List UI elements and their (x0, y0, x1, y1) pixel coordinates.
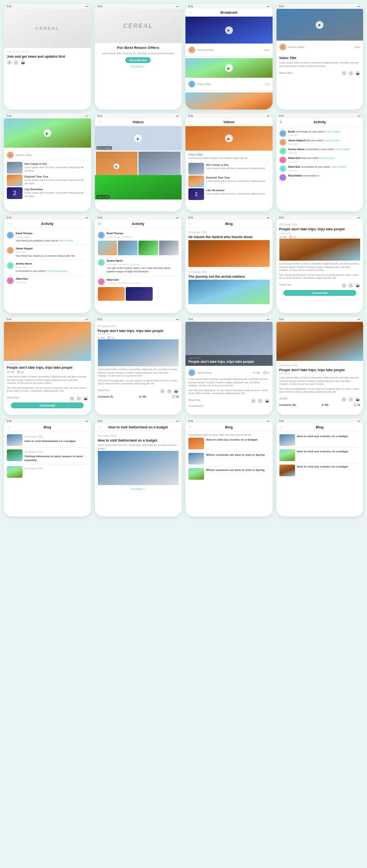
avatar-albert-10: A (98, 278, 105, 285)
activity-photos-title: Activity (132, 222, 144, 225)
share-row-12: Share Post 𝕏 f 📷 (279, 282, 361, 288)
blog-item-20c[interactable]: How to visit any country on a budget (279, 465, 361, 476)
list-thumb-7d: 2 (188, 188, 204, 200)
twitter-14[interactable]: 𝕏 (160, 389, 165, 394)
back-arrow-3[interactable]: ← (188, 10, 192, 15)
blog-item-20b[interactable]: How to visit any country on a budget (279, 449, 361, 461)
back-arrow-6[interactable]: ← (98, 120, 102, 124)
time-5: 9:41 (7, 114, 12, 117)
twitter-icon-1[interactable]: 𝕏 (7, 60, 12, 65)
act-text-9a: David Thomas 15 minutes ago Your friend … (16, 232, 73, 243)
blog-item-19c[interactable]: Which countries are best to visit in Spr… (188, 468, 270, 480)
read-more-18[interactable]: Read More > (131, 488, 145, 490)
blog-text-17c: 18 October 2019 (24, 466, 43, 471)
activity-photos-content: D David Thomas 15 minutes ago · Liked Ph… (95, 228, 182, 304)
instagram-icon-1[interactable]: 📷 (21, 60, 25, 65)
list-item-7d[interactable]: 2 Lily Restobar Lorem ipsum dolor sit am… (188, 188, 270, 200)
comments-btn-12[interactable]: Comments(5) (283, 290, 356, 296)
like-btn-3[interactable]: Like (265, 83, 269, 86)
play-btn-4[interactable]: ▶ (316, 21, 323, 29)
play-btn-7[interactable]: ▶ (225, 134, 233, 142)
list-item-5b[interactable]: Expired Tear Gas Lorem ipsum dolor sit a… (7, 175, 88, 186)
time-1: 9:41 (7, 5, 12, 8)
back-arrow-20[interactable]: ← (279, 425, 283, 429)
blog-detail-content: 25 October 2019 How to visit Switzerland… (95, 431, 182, 492)
subscribe-button[interactable]: Subscribe Now (125, 57, 151, 63)
divider-20b (279, 463, 361, 463)
list-item-7b[interactable]: Hut Camp in Ely Lorem ipsum dolor sit am… (188, 163, 270, 175)
act-text-10c: Albert Eric 5 hours ago · commented on y… (107, 278, 140, 285)
play-btn-3[interactable]: ▶ (225, 26, 233, 34)
blog-item-17b[interactable]: 20 October 2019 Visiting Indonesia in ra… (7, 449, 88, 463)
blog-intro-19: Lorem ipsum dolor sit amet, diam nonumy … (188, 433, 270, 437)
liked-badge-1[interactable]: Liked (264, 48, 270, 51)
share-label-15[interactable]: Share Post (188, 399, 201, 401)
activity-time-8b: 1 hour ago (288, 143, 340, 145)
instagram-15[interactable]: 📷 (265, 399, 270, 403)
blog-item-20a[interactable]: How to visit any country on a budget (279, 434, 361, 446)
play-btn-5[interactable]: ▶ (44, 129, 51, 137)
blog-date-11b: 22 October 2019 (188, 270, 270, 273)
read-more-link[interactable]: Read More > (98, 65, 179, 68)
blog-item-17a[interactable]: 26 October 2019 How to visit Switzerland… (7, 434, 88, 446)
blog-item-17c[interactable]: 18 October 2019 (7, 466, 88, 478)
share-label-16[interactable]: SHARE (279, 397, 288, 400)
blog-detail-date: 25 October 2019 (98, 434, 179, 437)
signal-16: ▪▪▪ (358, 318, 360, 321)
list-item-7c[interactable]: Expired Tear Gas Lorem ipsum dolor sit a… (188, 176, 270, 187)
twitter-15[interactable]: 𝕏 (251, 399, 256, 403)
facebook-12[interactable]: f (348, 283, 353, 288)
twitter-4[interactable]: 𝕏 (342, 71, 346, 76)
facebook-icon-1[interactable]: f (14, 60, 19, 65)
list-item-text-5a: Hut Camp in Ely Lorem ipsum dolor sit am… (24, 162, 88, 172)
social-13: 𝕏 f 📷 (69, 396, 88, 401)
back-arrow-17[interactable]: ← (7, 425, 11, 429)
twitter-12[interactable]: 𝕏 (342, 283, 346, 288)
video-list-username: Kamron Ashley (16, 154, 32, 157)
facebook-4[interactable]: f (348, 71, 353, 76)
act-action-9b: Your friend has invited you to travel to… (16, 254, 75, 258)
instagram-16[interactable]: 📷 (355, 397, 360, 402)
back-arrow-18[interactable]: ← (98, 425, 102, 429)
play-btn-3b[interactable]: ▶ (225, 64, 233, 72)
back-arrow-19[interactable]: ← (188, 425, 192, 429)
comments-btn-13[interactable]: Comments(5) (11, 402, 84, 408)
instagram-13[interactable]: 📷 (83, 396, 88, 401)
share-label-14[interactable]: Share Post (98, 389, 110, 392)
back-arrow-11[interactable]: ← (188, 222, 192, 226)
back-arrow-9[interactable]: ← (7, 222, 11, 226)
act-desc-9c: Jeremy Harris (16, 262, 67, 266)
twitter-13[interactable]: 𝕏 (69, 396, 74, 401)
activity-text-8b: James Hogard liked your article 5 tips t… (288, 139, 340, 145)
back-arrow-7[interactable]: ← (188, 120, 192, 124)
act-9d: A Albert Eric 3 hours ago (7, 277, 88, 284)
videos-grid-header: ← Videos (95, 118, 182, 126)
facebook-16[interactable]: f (348, 397, 353, 402)
social-16: 𝕏 f 📷 (342, 397, 360, 402)
facebook-15[interactable]: f (258, 399, 263, 403)
share-label-13[interactable]: Share Post (7, 396, 19, 399)
share-label-4[interactable]: Share Video (279, 71, 293, 74)
share-label-12[interactable]: Share Post (279, 283, 292, 286)
play-6b[interactable]: ▶ (114, 163, 119, 169)
blog-item-19a[interactable]: How to visit any country on a budget (188, 438, 270, 449)
facebook-14[interactable]: f (167, 389, 172, 394)
twitter-16[interactable]: 𝕏 (342, 397, 346, 402)
instagram-4[interactable]: 📷 (355, 71, 360, 76)
facebook-13[interactable]: f (76, 396, 81, 401)
instagram-12[interactable]: 📷 (355, 283, 360, 288)
list-title-5c: Lily Restobar (24, 187, 88, 191)
list-item-5c[interactable]: 2 Lily Restobar Lorem ipsum dolor sit am… (7, 187, 88, 199)
card-video-list: 9:41 ▪▪▪ ▶ K Kamron Ashley Hut Camp in E… (4, 113, 91, 211)
share-row-16: SHARE 𝕏 f 📷 (279, 396, 361, 402)
video-detail-body: Video Title Lorem ipsum dolor sit amet, … (276, 53, 364, 78)
list-item-5a[interactable]: Hut Camp in Ely Lorem ipsum dolor sit am… (7, 162, 88, 174)
play-btn-6a[interactable]: ▶ (134, 134, 142, 142)
footer-row-14: Comments (5) 👁 356 💬 19 (98, 395, 179, 398)
video-liked-badge[interactable]: Liked (354, 45, 360, 48)
instagram-14[interactable]: 📷 (174, 389, 179, 394)
article-body2-16: Stet clita kasd gubergren, no sea sanctu… (279, 387, 361, 394)
list-thumb-5c: 2 (7, 187, 23, 199)
blog-item-19b[interactable]: Which countries are best to visit in Spr… (188, 453, 270, 465)
videos-list2-title: Videos (223, 120, 234, 124)
